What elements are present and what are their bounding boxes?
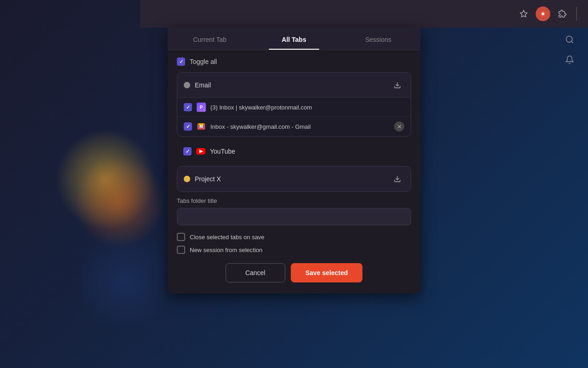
new-session-label: New session from selection (190, 247, 262, 253)
gmail-favicon: M (197, 122, 206, 131)
extension-active-icon[interactable] (536, 6, 550, 21)
popup-panel: Current Tab All Tabs Sessions Toggle all… (168, 28, 420, 293)
group-project-x: Project X (177, 166, 411, 192)
footer-section: Tabs folder title Close selected tabs on… (177, 197, 411, 254)
youtube-icon (196, 148, 205, 155)
group-email-save-button[interactable] (390, 78, 404, 92)
proton-icon: P (197, 103, 206, 112)
tabs-navigation: Current Tab All Tabs Sessions (168, 28, 420, 50)
close-on-save-label: Close selected tabs on save (190, 234, 265, 241)
divider (576, 7, 577, 21)
tab-row-gmail: M Inbox - skywalker@gmail.com - Gmail ✕ (177, 116, 411, 136)
group-project-x-dot (184, 176, 190, 182)
folder-title-label: Tabs folder title (177, 197, 411, 204)
new-session-row: New session from selection (177, 246, 411, 254)
notification-icon[interactable] (562, 52, 577, 67)
folder-title-input[interactable] (177, 208, 411, 225)
side-icons (551, 28, 588, 67)
tab-all-tabs[interactable]: All Tabs (252, 28, 336, 50)
youtube-checkbox[interactable] (183, 147, 192, 155)
group-email-title: Email (195, 81, 386, 89)
svg-point-3 (566, 36, 572, 42)
action-buttons: Cancel Save selected (177, 263, 411, 282)
protonmail-favicon: P (197, 103, 206, 112)
group-email: Email P (3) Inbox | skywalker@protonmail… (177, 72, 411, 137)
bookmark-icon[interactable] (516, 6, 531, 21)
browser-toolbar (140, 0, 588, 28)
bg-glow-dark (83, 221, 165, 340)
youtube-favicon (196, 147, 205, 156)
gmail-title: Inbox - skywalker@gmail.com - Gmail (210, 123, 390, 130)
close-on-save-checkbox[interactable] (177, 233, 185, 241)
youtube-title: YouTube (210, 148, 405, 155)
toggle-all-checkbox[interactable] (177, 58, 185, 66)
tab-current-tab[interactable]: Current Tab (168, 28, 252, 50)
save-selected-button[interactable]: Save selected (291, 263, 363, 282)
popup-content: Toggle all Email P (168, 50, 420, 293)
tab-row-protonmail: P (3) Inbox | skywalker@protonmail.com (177, 98, 411, 116)
group-email-dot (184, 82, 190, 88)
svg-point-2 (542, 12, 544, 15)
gmail-checkbox[interactable] (184, 122, 192, 131)
gmail-close-button[interactable]: ✕ (394, 121, 404, 132)
protonmail-title: (3) Inbox | skywalker@protonmail.com (210, 104, 404, 111)
new-session-checkbox[interactable] (177, 246, 185, 254)
svg-marker-0 (520, 11, 527, 17)
gmail-icon: M (197, 122, 206, 131)
group-project-x-save-button[interactable] (390, 172, 404, 186)
puzzle-icon[interactable] (555, 6, 570, 21)
close-on-save-row: Close selected tabs on save (177, 233, 411, 241)
tab-sessions[interactable]: Sessions (336, 28, 420, 50)
svg-text:M: M (199, 124, 203, 129)
toggle-all-row: Toggle all (177, 58, 411, 66)
search-icon[interactable] (562, 32, 577, 47)
protonmail-checkbox[interactable] (184, 103, 192, 111)
group-email-header: Email (177, 73, 411, 98)
group-project-x-header: Project X (177, 167, 411, 191)
toggle-all-label: Toggle all (190, 58, 217, 65)
cancel-button[interactable]: Cancel (226, 263, 285, 282)
group-project-x-title: Project X (195, 175, 386, 183)
youtube-row: YouTube (177, 142, 411, 161)
